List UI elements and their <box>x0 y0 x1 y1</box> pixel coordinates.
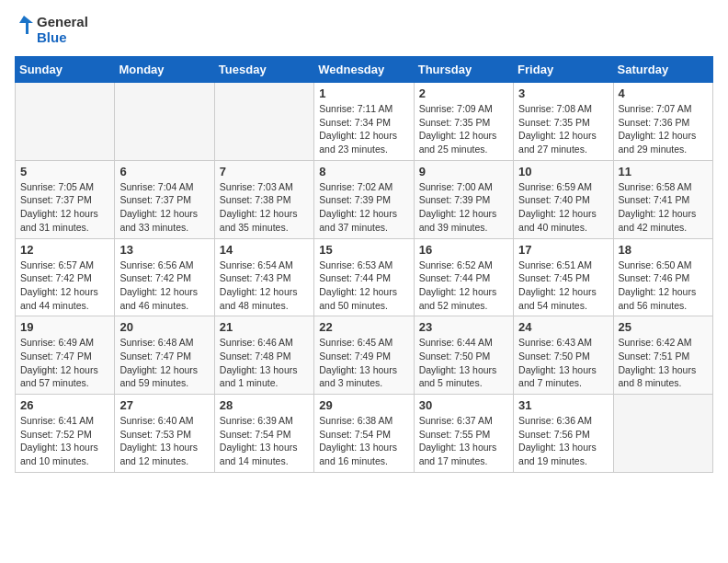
day-number: 21 <box>220 320 309 334</box>
weekday-header: Wednesday <box>314 57 414 83</box>
day-info: Sunrise: 6:46 AM Sunset: 7:48 PM Dayligh… <box>220 336 309 390</box>
calendar-cell: 10Sunrise: 6:59 AM Sunset: 7:40 PM Dayli… <box>514 160 613 238</box>
day-number: 29 <box>319 398 408 412</box>
calendar-cell: 12Sunrise: 6:57 AM Sunset: 7:42 PM Dayli… <box>16 238 115 316</box>
calendar-cell <box>613 395 712 473</box>
day-info: Sunrise: 6:56 AM Sunset: 7:42 PM Dayligh… <box>119 259 209 313</box>
calendar-cell: 17Sunrise: 6:51 AM Sunset: 7:45 PM Dayli… <box>514 238 613 316</box>
calendar-week-row: 19Sunrise: 6:49 AM Sunset: 7:47 PM Dayli… <box>16 316 713 395</box>
calendar-cell: 15Sunrise: 6:53 AM Sunset: 7:44 PM Dayli… <box>314 238 414 316</box>
weekday-header: Tuesday <box>214 57 313 83</box>
calendar-cell: 24Sunrise: 6:43 AM Sunset: 7:50 PM Dayli… <box>514 316 613 395</box>
calendar-week-row: 5Sunrise: 7:05 AM Sunset: 7:37 PM Daylig… <box>16 160 713 238</box>
day-info: Sunrise: 6:50 AM Sunset: 7:46 PM Dayligh… <box>619 259 708 313</box>
day-info: Sunrise: 6:41 AM Sunset: 7:52 PM Dayligh… <box>20 414 109 468</box>
calendar-cell: 28Sunrise: 6:39 AM Sunset: 7:54 PM Dayli… <box>214 395 313 473</box>
day-info: Sunrise: 6:51 AM Sunset: 7:45 PM Dayligh… <box>518 259 608 313</box>
day-info: Sunrise: 7:00 AM Sunset: 7:39 PM Dayligh… <box>419 180 508 235</box>
day-number: 24 <box>518 320 608 334</box>
logo-bird-icon <box>15 16 33 45</box>
day-info: Sunrise: 6:42 AM Sunset: 7:51 PM Dayligh… <box>619 336 708 390</box>
day-info: Sunrise: 6:49 AM Sunset: 7:47 PM Dayligh… <box>20 336 109 390</box>
day-number: 9 <box>419 165 508 178</box>
calendar-cell: 18Sunrise: 6:50 AM Sunset: 7:46 PM Dayli… <box>613 238 712 316</box>
day-number: 30 <box>419 398 508 412</box>
day-info: Sunrise: 7:07 AM Sunset: 7:36 PM Dayligh… <box>619 102 708 156</box>
day-info: Sunrise: 7:11 AM Sunset: 7:34 PM Dayligh… <box>319 102 408 156</box>
calendar-cell: 14Sunrise: 6:54 AM Sunset: 7:43 PM Dayli… <box>214 238 313 316</box>
day-number: 27 <box>119 398 209 412</box>
day-number: 26 <box>20 398 109 412</box>
day-number: 15 <box>319 243 408 257</box>
day-number: 12 <box>20 243 109 257</box>
day-info: Sunrise: 6:57 AM Sunset: 7:42 PM Dayligh… <box>20 259 109 313</box>
calendar-cell <box>115 83 214 161</box>
day-info: Sunrise: 6:37 AM Sunset: 7:55 PM Dayligh… <box>419 414 508 468</box>
calendar-cell: 22Sunrise: 6:45 AM Sunset: 7:49 PM Dayli… <box>314 316 414 395</box>
header: General Blue <box>15 15 713 45</box>
day-number: 23 <box>419 320 508 334</box>
calendar-cell: 19Sunrise: 6:49 AM Sunset: 7:47 PM Dayli… <box>16 316 115 395</box>
day-number: 31 <box>518 398 608 412</box>
calendar-cell: 26Sunrise: 6:41 AM Sunset: 7:52 PM Dayli… <box>16 395 115 473</box>
day-number: 1 <box>319 86 408 100</box>
day-info: Sunrise: 6:48 AM Sunset: 7:47 PM Dayligh… <box>119 336 209 390</box>
day-info: Sunrise: 6:39 AM Sunset: 7:54 PM Dayligh… <box>220 414 309 468</box>
calendar-cell: 9Sunrise: 7:00 AM Sunset: 7:39 PM Daylig… <box>414 160 513 238</box>
calendar-cell: 5Sunrise: 7:05 AM Sunset: 7:37 PM Daylig… <box>16 160 115 238</box>
logo-blue: Blue <box>37 30 88 46</box>
weekday-header: Friday <box>514 57 613 83</box>
day-info: Sunrise: 6:40 AM Sunset: 7:53 PM Dayligh… <box>119 414 209 468</box>
day-number: 22 <box>319 320 408 334</box>
day-info: Sunrise: 7:09 AM Sunset: 7:35 PM Dayligh… <box>419 102 508 156</box>
weekday-header: Thursday <box>414 57 513 83</box>
day-number: 11 <box>619 165 708 178</box>
day-number: 10 <box>518 165 608 178</box>
day-info: Sunrise: 6:44 AM Sunset: 7:50 PM Dayligh… <box>419 336 508 390</box>
calendar-table: SundayMondayTuesdayWednesdayThursdayFrid… <box>15 56 713 473</box>
day-info: Sunrise: 7:04 AM Sunset: 7:37 PM Dayligh… <box>119 180 209 235</box>
svg-marker-0 <box>19 16 33 34</box>
day-number: 28 <box>220 398 309 412</box>
logo-text: General Blue <box>37 15 88 45</box>
day-number: 2 <box>419 86 508 100</box>
calendar-cell: 23Sunrise: 6:44 AM Sunset: 7:50 PM Dayli… <box>414 316 513 395</box>
day-number: 18 <box>619 243 708 257</box>
calendar-cell: 4Sunrise: 7:07 AM Sunset: 7:36 PM Daylig… <box>613 83 712 161</box>
calendar-cell: 2Sunrise: 7:09 AM Sunset: 7:35 PM Daylig… <box>414 83 513 161</box>
day-number: 14 <box>220 243 309 257</box>
day-info: Sunrise: 6:52 AM Sunset: 7:44 PM Dayligh… <box>419 259 508 313</box>
calendar-header-row: SundayMondayTuesdayWednesdayThursdayFrid… <box>16 57 713 83</box>
calendar-cell: 21Sunrise: 6:46 AM Sunset: 7:48 PM Dayli… <box>214 316 313 395</box>
calendar-cell <box>214 83 313 161</box>
day-info: Sunrise: 7:05 AM Sunset: 7:37 PM Dayligh… <box>20 180 109 235</box>
calendar-cell: 1Sunrise: 7:11 AM Sunset: 7:34 PM Daylig… <box>314 83 414 161</box>
day-info: Sunrise: 6:54 AM Sunset: 7:43 PM Dayligh… <box>220 259 309 313</box>
calendar-cell: 6Sunrise: 7:04 AM Sunset: 7:37 PM Daylig… <box>115 160 214 238</box>
logo-container: General Blue <box>15 15 88 45</box>
day-info: Sunrise: 6:36 AM Sunset: 7:56 PM Dayligh… <box>518 414 608 468</box>
calendar-cell: 27Sunrise: 6:40 AM Sunset: 7:53 PM Dayli… <box>115 395 214 473</box>
weekday-header: Sunday <box>16 57 115 83</box>
day-number: 4 <box>619 86 708 100</box>
calendar-cell: 11Sunrise: 6:58 AM Sunset: 7:41 PM Dayli… <box>613 160 712 238</box>
day-number: 25 <box>619 320 708 334</box>
calendar-cell: 16Sunrise: 6:52 AM Sunset: 7:44 PM Dayli… <box>414 238 513 316</box>
calendar-cell: 29Sunrise: 6:38 AM Sunset: 7:54 PM Dayli… <box>314 395 414 473</box>
calendar-cell: 20Sunrise: 6:48 AM Sunset: 7:47 PM Dayli… <box>115 316 214 395</box>
weekday-header: Monday <box>115 57 214 83</box>
weekday-header: Saturday <box>613 57 712 83</box>
day-number: 3 <box>518 86 608 100</box>
calendar-cell: 30Sunrise: 6:37 AM Sunset: 7:55 PM Dayli… <box>414 395 513 473</box>
day-number: 8 <box>319 165 408 178</box>
calendar-cell: 25Sunrise: 6:42 AM Sunset: 7:51 PM Dayli… <box>613 316 712 395</box>
day-info: Sunrise: 6:38 AM Sunset: 7:54 PM Dayligh… <box>319 414 408 468</box>
logo-general: General <box>37 15 88 30</box>
calendar-cell: 3Sunrise: 7:08 AM Sunset: 7:35 PM Daylig… <box>514 83 613 161</box>
day-info: Sunrise: 6:59 AM Sunset: 7:40 PM Dayligh… <box>518 180 608 235</box>
day-info: Sunrise: 6:53 AM Sunset: 7:44 PM Dayligh… <box>319 259 408 313</box>
day-number: 13 <box>119 243 209 257</box>
calendar-cell: 31Sunrise: 6:36 AM Sunset: 7:56 PM Dayli… <box>514 395 613 473</box>
calendar-cell <box>16 83 115 161</box>
day-number: 7 <box>220 165 309 178</box>
